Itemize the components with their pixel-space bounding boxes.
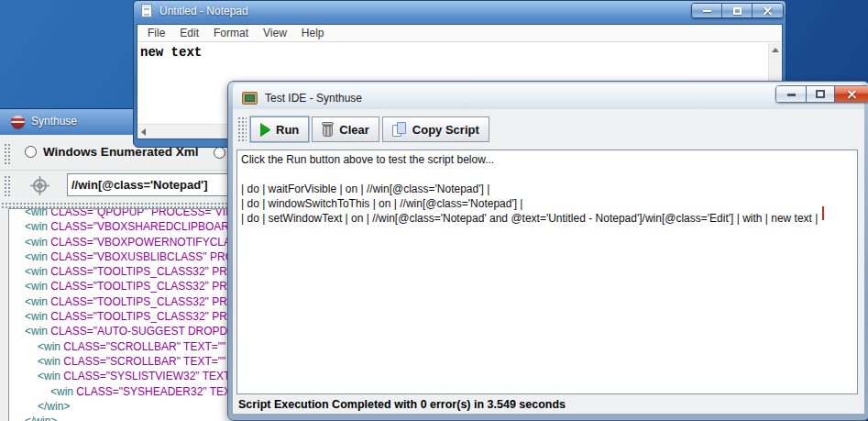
xml-tag: <win (50, 385, 76, 398)
close-button[interactable] (835, 86, 868, 102)
close-icon (763, 6, 773, 16)
xml-attr: CLASS="SCROLLBAR" TEXT="" c (63, 355, 234, 368)
xml-attr: CLASS="TOOLTIPS_CLASS32" PRO (50, 310, 235, 323)
xml-attr: CLASS="TOOLTIPS_CLASS32" PRO (50, 295, 235, 308)
synthuse-title: Synthuse (31, 115, 77, 127)
xml-line[interactable]: </win> (9, 399, 234, 414)
text-caret (822, 206, 824, 220)
minimize-button[interactable] (692, 4, 722, 17)
xml-line[interactable]: <win CLASS="QPOPUP" PROCESS="VIR (9, 208, 234, 219)
close-button[interactable] (753, 4, 783, 17)
xml-tag: <win (25, 295, 50, 308)
script-line: | do | setWindowText | on | //win[@class… (241, 211, 853, 226)
script-line: | do | waitForVisible | on | //win[@clas… (241, 182, 853, 196)
xml-tag: <win (25, 220, 50, 233)
notepad-titlebar[interactable]: Untitled - Notepad (134, 1, 786, 23)
copy-script-button-label: Copy Script (412, 123, 479, 137)
radio-windows-enumerated-xml[interactable] (25, 146, 37, 158)
maximize-icon (733, 7, 742, 15)
notepad-menubar: FileEditFormatViewHelp (137, 25, 782, 42)
test-ide-app-icon (242, 92, 258, 105)
xml-attr: CLASS="SYSLISTVIEW32" TEXT= (63, 370, 235, 382)
xml-attr: CLASS="TOOLTIPS_CLASS32" PRO (50, 265, 235, 278)
xml-tag: </win> (38, 400, 70, 413)
trash-icon (322, 122, 334, 137)
radio-option-partial[interactable] (214, 147, 225, 159)
play-icon (260, 123, 270, 136)
xml-attr: CLASS="AUTO-SUGGEST DROPDO (50, 325, 235, 338)
minimize-button[interactable] (776, 86, 807, 102)
crosshair-capture-icon[interactable] (30, 176, 49, 199)
scroll-left-icon[interactable] (141, 128, 146, 136)
xml-line[interactable]: <win CLASS="TOOLTIPS_CLASS32" PRO (9, 309, 234, 324)
script-line: | do | windowSwitchToThis | on | //win[@… (241, 196, 853, 211)
maximize-button[interactable] (807, 86, 835, 102)
xml-line[interactable]: <win CLASS="VBOXUSBLIBCLASS" PRO (9, 249, 234, 264)
clear-button[interactable]: Clear (312, 116, 379, 142)
status-bar: Script Execution Completed with 0 error(… (233, 395, 864, 414)
xml-attr: CLASS="QPOPUP" PROCESS="VIR (50, 208, 234, 218)
xml-tag: <win (25, 250, 50, 263)
test-ide-window-controls (775, 85, 868, 103)
xpath-input[interactable] (67, 173, 228, 196)
test-ide-client: Run Clear Copy Script Click the Run butt… (233, 109, 864, 414)
xml-tag: </win> (25, 415, 57, 421)
panel-separator (0, 202, 234, 208)
xml-tag: <win (38, 340, 63, 353)
test-ide-titlebar[interactable]: Test IDE - Synthuse (233, 83, 864, 109)
copy-icon (392, 122, 407, 138)
test-ide-toolbar: Run Clear Copy Script (233, 109, 864, 150)
synthuse-window: Synthuse Windows Enumerated Xml <win CLA… (0, 108, 238, 421)
script-line: Click the Run button above to test the s… (241, 152, 853, 167)
notepad-window-controls (691, 3, 784, 18)
xml-attr: CLASS="VBOXSHAREDCLIPBOARD (50, 220, 235, 233)
copy-script-button[interactable]: Copy Script (382, 116, 489, 142)
close-icon (847, 89, 857, 99)
run-button[interactable]: Run (250, 116, 309, 142)
minimize-icon (703, 10, 711, 12)
xml-line[interactable]: <win CLASS="SCROLLBAR" TEXT="" c (9, 339, 234, 354)
menu-view[interactable]: View (256, 27, 294, 39)
xml-tag: <win (25, 208, 50, 218)
xml-line[interactable]: <win CLASS="TOOLTIPS_CLASS32" PRO (9, 264, 234, 279)
toolbar-grip[interactable] (4, 143, 12, 165)
xml-line[interactable]: <win CLASS="SCROLLBAR" TEXT="" c (9, 354, 234, 369)
xml-line[interactable]: </win> (9, 414, 234, 421)
script-output-panel[interactable]: Click the Run button above to test the s… (236, 150, 858, 394)
toolbar-grip[interactable] (4, 175, 12, 197)
menu-format[interactable]: Format (206, 27, 256, 39)
toolbar-separator (0, 170, 234, 171)
synthuse-client: Windows Enumerated Xml <win CLASS="QPOPU… (0, 135, 234, 421)
xml-line[interactable]: <win CLASS="SYSHEADER32" TEXT (9, 384, 234, 399)
xml-attr: CLASS="VBOXUSBLIBCLASS" PRO (50, 250, 234, 263)
notepad-title: Untitled - Notepad (159, 5, 248, 17)
xml-line[interactable]: <win CLASS="SYSLISTVIEW32" TEXT= (9, 369, 234, 383)
menu-help[interactable]: Help (294, 27, 332, 39)
notepad-app-icon (141, 4, 152, 17)
xml-tag: <win (25, 236, 50, 249)
xml-line[interactable]: <win CLASS="TOOLTIPS_CLASS32" PRO (9, 294, 234, 309)
xml-attr: CLASS="SCROLLBAR" TEXT="" c (63, 340, 234, 353)
xml-line[interactable]: <win CLASS="VBOXSHAREDCLIPBOARD (9, 219, 234, 234)
script-line (241, 167, 853, 182)
clear-button-label: Clear (339, 123, 369, 137)
maximize-icon (816, 90, 825, 98)
menu-file[interactable]: File (140, 27, 172, 39)
xml-line[interactable]: <win CLASS="AUTO-SUGGEST DROPDO (9, 324, 234, 338)
maximize-button[interactable] (722, 4, 753, 17)
xml-tag: <win (38, 370, 63, 382)
scroll-up-icon[interactable] (772, 48, 779, 52)
desktop: Synthuse Windows Enumerated Xml <win CLA… (0, 0, 868, 421)
xml-attr: CLASS="VBOXPOWERNOTIFYCLAS (50, 236, 235, 249)
test-ide-title: Test IDE - Synthuse (265, 92, 362, 105)
xml-tree-panel[interactable]: <win CLASS="QPOPUP" PROCESS="VIR<win CLA… (8, 208, 235, 421)
synthuse-app-icon (11, 115, 25, 128)
xml-tag: <win (25, 310, 50, 323)
xml-tag: <win (25, 280, 50, 293)
xml-line[interactable]: <win CLASS="TOOLTIPS_CLASS32" PRO (9, 279, 234, 294)
minimize-icon (787, 94, 796, 96)
xml-attr: CLASS="TOOLTIPS_CLASS32" PRO (50, 280, 235, 293)
test-ide-window: Test IDE - Synthuse Run Clear Copy Sc (227, 81, 868, 421)
xml-line[interactable]: <win CLASS="VBOXPOWERNOTIFYCLAS (9, 235, 234, 249)
menu-edit[interactable]: Edit (172, 27, 206, 39)
